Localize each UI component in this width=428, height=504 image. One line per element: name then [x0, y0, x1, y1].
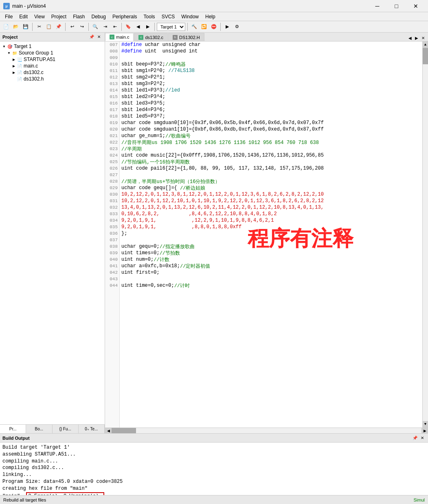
ln-011: 011: [105, 68, 119, 74]
ln-044: 044: [105, 282, 119, 289]
code-line-042: uint first=0;: [121, 269, 421, 276]
ln-020: 020: [105, 126, 119, 133]
menu-peripherals[interactable]: Peripherals: [109, 13, 140, 20]
menu-svcs[interactable]: SVCS: [158, 13, 178, 20]
scroll-up-btn[interactable]: ▲: [423, 41, 428, 48]
editor-tab-label-ds1302h: DS1302.H: [179, 35, 200, 40]
ln-009: 009: [105, 55, 119, 61]
tree-arrow-ds1302c: ▶: [11, 71, 16, 74]
ln-014: 014: [105, 87, 119, 94]
menu-file[interactable]: File: [2, 13, 16, 20]
next-bookmark-button[interactable]: ▶: [143, 22, 152, 31]
code-line-039: uint times=0;//节拍数: [121, 250, 421, 256]
editor-tab-ds1302c[interactable]: c ds1302.c: [134, 33, 168, 41]
scroll-thumb[interactable]: [423, 48, 428, 64]
build-output-close[interactable]: ✕: [419, 435, 426, 441]
ln-016: 016: [105, 100, 119, 107]
prev-bookmark-button[interactable]: ◀: [134, 22, 143, 31]
new-button[interactable]: 📄: [2, 22, 11, 31]
bookmark-button[interactable]: 🔖: [124, 22, 133, 31]
ln-043: 043: [105, 276, 119, 282]
panel-header-buttons: 📌 ✕: [88, 34, 102, 40]
horizontal-scrollbar[interactable]: ◀ ▶: [105, 428, 428, 433]
save-button[interactable]: 💾: [21, 22, 30, 31]
menu-help[interactable]: Help: [202, 13, 219, 20]
tree-sourcegroup1[interactable]: ▼ 📁 Source Group 1: [0, 50, 105, 56]
build-output-pin[interactable]: 📌: [412, 435, 418, 441]
redo-button[interactable]: ↪: [77, 22, 86, 31]
panel-tabs: Pr... Bo... {} Fu... 0₊ Te...: [0, 424, 105, 433]
code-line-033: 0,10,6,2,8,2, ,8,4,6,2,12,2,10,8,8,4,0,1…: [121, 211, 421, 217]
code-line-022: //音符半周期us 1908 1706 1520 1436 1276 1136 …: [121, 139, 421, 146]
target-select[interactable]: Target 1: [157, 23, 185, 31]
build-line-2: assembling STARTUP.A51...: [2, 451, 426, 458]
scroll-track[interactable]: [423, 48, 428, 421]
tree-ds1302c[interactable]: ▶ 📄 ds1302.c: [0, 69, 105, 76]
tab-books[interactable]: Bo...: [26, 425, 52, 433]
menu-project[interactable]: Project: [48, 13, 70, 20]
stop-button[interactable]: ⛔: [209, 22, 218, 31]
code-line-019: uchar code smgduan0[10]={0x3f,0x06,0x5b,…: [121, 120, 421, 126]
cut-button[interactable]: ✂: [35, 22, 44, 31]
debug-start-button[interactable]: ▶: [223, 22, 232, 31]
tab-functions[interactable]: {} Fu...: [53, 425, 79, 433]
editor-tab-mainc[interactable]: c main.c: [105, 33, 134, 41]
close-editor[interactable]: ✕: [420, 35, 426, 41]
code-line-013: sbit smg3=P2^2;: [121, 81, 421, 87]
find-button[interactable]: 🔍: [91, 22, 100, 31]
tree-mainc[interactable]: ▶ 📄 main.c: [0, 63, 105, 69]
h-scroll-track[interactable]: [112, 428, 421, 433]
code-line-036: };: [121, 230, 421, 237]
menu-tools[interactable]: Tools: [140, 13, 158, 20]
rebuild-button[interactable]: 🔁: [200, 22, 209, 31]
paste-button[interactable]: 📌: [54, 22, 63, 31]
undo-button[interactable]: ↩: [68, 22, 77, 31]
tab-scroll-left[interactable]: ◀: [407, 35, 413, 41]
tree-startup[interactable]: ▶ 📃 STARTUP.A51: [0, 56, 105, 63]
scroll-left-btn[interactable]: ◀: [105, 428, 112, 433]
menu-flash[interactable]: Flash: [70, 13, 88, 20]
tab-templates[interactable]: 0₊ Te...: [79, 425, 105, 433]
maximize-button[interactable]: □: [387, 0, 406, 12]
indent-button[interactable]: ⇥: [101, 22, 110, 31]
menu-window[interactable]: Window: [178, 13, 202, 20]
ln-033: 033: [105, 211, 119, 217]
menu-view[interactable]: View: [31, 13, 48, 20]
code-editor: 007 008 009 010 011 012 013 014 015 016 …: [105, 41, 428, 428]
code-line-009: [121, 55, 421, 61]
panel-close-button[interactable]: ✕: [96, 34, 102, 40]
tree-label-ds1302c: ds1302.c: [24, 70, 44, 75]
tree-target1[interactable]: ▼ 🎯 Target 1: [0, 43, 105, 50]
code-line-030: 10,2,12,2,0,1,12,3,8,1,12,2,0,1,12,2,0,1…: [121, 191, 421, 198]
panel-pin-button[interactable]: 📌: [88, 34, 95, 40]
unindent-button[interactable]: ⇤: [110, 22, 119, 31]
build-button[interactable]: 🔨: [190, 22, 199, 31]
code-line-044: uint time=0,sec=0; //计时: [121, 282, 421, 289]
debug-settings-button[interactable]: ⚙: [233, 22, 241, 31]
code-line-035: 9,2,0,1,9,1, ,8,8,0,1,8,8,0xff: [121, 224, 421, 230]
tab-scroll-right[interactable]: ▶: [413, 35, 420, 41]
editor-tabs: c main.c c ds1302.c h DS1302.H ◀ ▶ ✕: [105, 33, 428, 41]
copy-button[interactable]: 📋: [44, 22, 53, 31]
editor-tab-label-mainc: main.c: [116, 35, 129, 39]
menu-edit[interactable]: Edit: [16, 13, 31, 20]
close-button[interactable]: ✕: [406, 0, 425, 12]
h-scroll-thumb[interactable]: [112, 428, 136, 433]
ln-010: 010: [105, 61, 119, 68]
c-file-icon-2: 📄: [16, 70, 23, 75]
menu-debug[interactable]: Debug: [88, 13, 109, 20]
open-button[interactable]: 📂: [11, 22, 20, 31]
code-content[interactable]: #define uchar unsigned char #define uint…: [120, 41, 422, 428]
code-line-031: 10,2,12,2,0,1,12,2,10,1,0,1,10,1,9,2,12,…: [121, 198, 421, 204]
tab-project[interactable]: Pr...: [0, 425, 26, 433]
main-layout: Project 📌 ✕ ▼ 🎯 Target 1 ▼ 📁 Source Grou…: [0, 33, 428, 433]
line-numbers: 007 008 009 010 011 012 013 014 015 016 …: [105, 41, 120, 428]
tree-ds1302h[interactable]: 📄 ds1302.h: [0, 76, 105, 82]
scroll-right-btn[interactable]: ▶: [421, 428, 428, 433]
ln-038: 038: [105, 243, 119, 250]
minimize-button[interactable]: ─: [368, 0, 386, 12]
vertical-scrollbar[interactable]: ▲ ▼: [422, 41, 428, 428]
scroll-down-btn[interactable]: ▼: [423, 421, 428, 428]
c-file-icon: 📄: [16, 63, 23, 69]
editor-tab-ds1302h[interactable]: h DS1302.H: [168, 33, 204, 41]
